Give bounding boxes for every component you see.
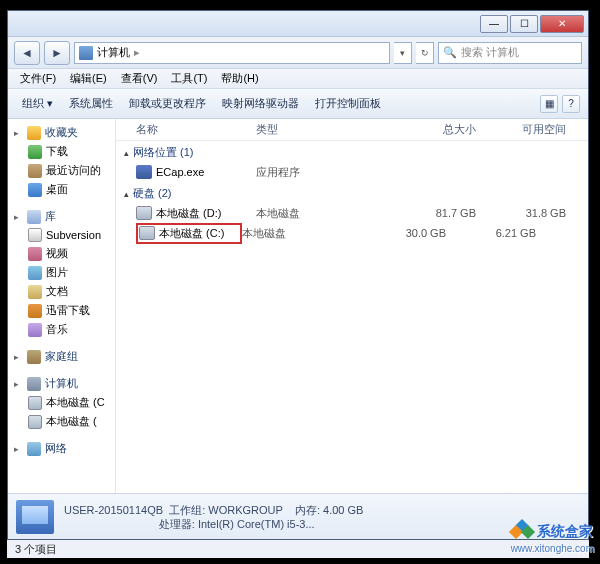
watermark: 系统盒家 www.xitonghe.com (511, 521, 594, 554)
view-options-icon[interactable]: ▦ (540, 95, 558, 113)
menu-tools[interactable]: 工具(T) (165, 69, 213, 88)
sidebar-videos[interactable]: 视频 (8, 244, 115, 263)
map-drive-button[interactable]: 映射网络驱动器 (216, 94, 305, 113)
group-network-location[interactable]: ▴ 网络位置 (1) (116, 141, 588, 162)
content-pane: 名称 类型 总大小 可用空间 ▴ 网络位置 (1) ECap.exe 应用程序 … (116, 119, 588, 493)
library-icon (27, 210, 41, 224)
item-drive-c[interactable]: 本地磁盘 (C:) 本地磁盘 30.0 GB 6.21 GB (116, 223, 588, 243)
collapse-icon: ▴ (124, 148, 129, 158)
computer-icon (27, 377, 41, 391)
search-input[interactable]: 🔍 搜索 计算机 (438, 42, 582, 64)
menu-help[interactable]: 帮助(H) (215, 69, 264, 88)
sidebar-favorites[interactable]: ▸收藏夹 (8, 123, 115, 142)
drive-icon (139, 226, 155, 240)
sidebar-music[interactable]: 音乐 (8, 320, 115, 339)
menu-edit[interactable]: 编辑(E) (64, 69, 113, 88)
sidebar-recent[interactable]: 最近访问的 (8, 161, 115, 180)
column-headers: 名称 类型 总大小 可用空间 (116, 119, 588, 141)
organize-menu[interactable]: 组织 ▾ (16, 94, 59, 113)
sidebar: ▸收藏夹 下载 最近访问的 桌面 ▸库 Subversion 视频 图片 文档 … (8, 119, 116, 493)
search-placeholder: 搜索 计算机 (461, 45, 519, 60)
computer-large-icon (16, 500, 54, 534)
group-disk[interactable]: ▴ 硬盘 (2) (116, 182, 588, 203)
sidebar-homegroup[interactable]: ▸家庭组 (8, 347, 115, 366)
address-text: 计算机 (97, 45, 130, 60)
sidebar-documents[interactable]: 文档 (8, 282, 115, 301)
application-icon (136, 165, 152, 179)
desktop-icon (28, 183, 42, 197)
highlight-box: 本地磁盘 (C:) (136, 223, 242, 244)
drive-icon (28, 415, 42, 429)
sidebar-desktop[interactable]: 桌面 (8, 180, 115, 199)
col-free[interactable]: 可用空间 (486, 122, 566, 137)
item-drive-d[interactable]: 本地磁盘 (D:) 本地磁盘 81.7 GB 31.8 GB (116, 203, 588, 223)
nav-bar: ◄ ► 计算机 ▸ ▾ ↻ 🔍 搜索 计算机 (8, 37, 588, 69)
maximize-button[interactable]: ☐ (510, 15, 538, 33)
collapse-icon: ▴ (124, 189, 129, 199)
drive-icon (28, 396, 42, 410)
sidebar-drive-d[interactable]: 本地磁盘 ( (8, 412, 115, 431)
refresh-button[interactable]: ↻ (416, 42, 434, 64)
sidebar-downloads[interactable]: 下载 (8, 142, 115, 161)
menu-view[interactable]: 查看(V) (115, 69, 164, 88)
col-total[interactable]: 总大小 (386, 122, 486, 137)
titlebar: — ☐ ✕ (8, 11, 588, 37)
search-icon: 🔍 (443, 46, 457, 59)
breadcrumb-sep-icon: ▸ (134, 46, 140, 59)
svn-icon (28, 228, 42, 242)
help-icon[interactable]: ? (562, 95, 580, 113)
video-icon (28, 247, 42, 261)
menu-file[interactable]: 文件(F) (14, 69, 62, 88)
menu-bar: 文件(F) 编辑(E) 查看(V) 工具(T) 帮助(H) (8, 69, 588, 89)
sidebar-computer[interactable]: ▸计算机 (8, 374, 115, 393)
minimize-button[interactable]: — (480, 15, 508, 33)
col-name[interactable]: 名称 (136, 122, 256, 137)
body: ▸收藏夹 下载 最近访问的 桌面 ▸库 Subversion 视频 图片 文档 … (8, 119, 588, 493)
details-pane: USER-20150114QB 工作组: WORKGROUP 内存: 4.00 … (8, 493, 588, 539)
close-button[interactable]: ✕ (540, 15, 584, 33)
download-icon (28, 145, 42, 159)
picture-icon (28, 266, 42, 280)
recent-icon (28, 164, 42, 178)
sidebar-xunlei[interactable]: 迅雷下载 (8, 301, 115, 320)
network-icon (27, 442, 41, 456)
sidebar-pictures[interactable]: 图片 (8, 263, 115, 282)
computer-icon (79, 46, 93, 60)
sidebar-drive-c[interactable]: 本地磁盘 (C (8, 393, 115, 412)
details-text: USER-20150114QB 工作组: WORKGROUP 内存: 4.00 … (64, 503, 363, 531)
sidebar-libraries[interactable]: ▸库 (8, 207, 115, 226)
system-properties-button[interactable]: 系统属性 (63, 94, 119, 113)
document-icon (28, 285, 42, 299)
item-ecap[interactable]: ECap.exe 应用程序 (116, 162, 588, 182)
explorer-window: — ☐ ✕ ◄ ► 计算机 ▸ ▾ ↻ 🔍 搜索 计算机 文件(F) 编辑(E)… (7, 10, 589, 540)
drive-icon (136, 206, 152, 220)
address-dropdown[interactable]: ▾ (394, 42, 412, 64)
sidebar-subversion[interactable]: Subversion (8, 226, 115, 244)
star-icon (27, 126, 41, 140)
address-bar[interactable]: 计算机 ▸ (74, 42, 390, 64)
sidebar-network[interactable]: ▸网络 (8, 439, 115, 458)
forward-button[interactable]: ► (44, 41, 70, 65)
control-panel-button[interactable]: 打开控制面板 (309, 94, 387, 113)
xunlei-icon (28, 304, 42, 318)
music-icon (28, 323, 42, 337)
col-type[interactable]: 类型 (256, 122, 386, 137)
homegroup-icon (27, 350, 41, 364)
uninstall-button[interactable]: 卸载或更改程序 (123, 94, 212, 113)
back-button[interactable]: ◄ (14, 41, 40, 65)
watermark-logo-icon (511, 521, 533, 543)
status-bar: 3 个项目 (7, 540, 589, 558)
toolbar: 组织 ▾ 系统属性 卸载或更改程序 映射网络驱动器 打开控制面板 ▦ ? (8, 89, 588, 119)
